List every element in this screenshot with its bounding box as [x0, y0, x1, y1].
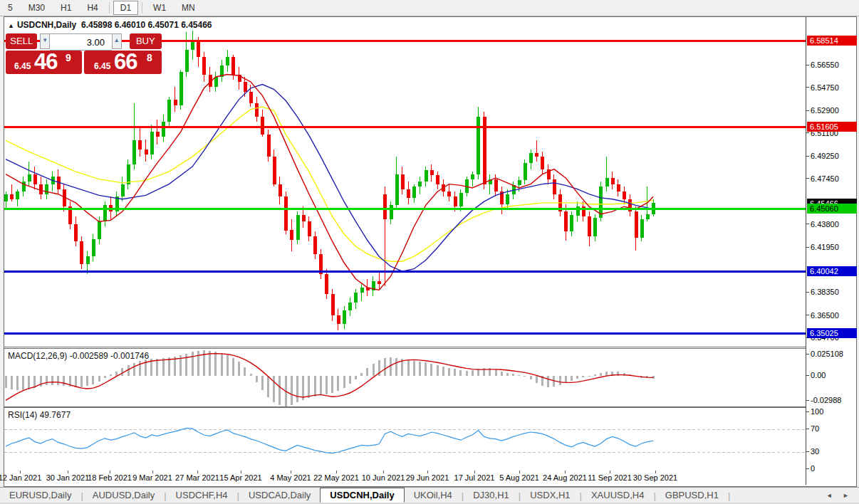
- tab-USDCHF-H4[interactable]: USDCHF,H4: [167, 488, 237, 503]
- price-tick-mark: [806, 65, 809, 65]
- timeframe-button-MN[interactable]: MN: [175, 1, 202, 15]
- price-badge-6.40042: 6.40042: [807, 266, 857, 276]
- price-tick-label: 6.38350: [811, 288, 839, 296]
- price-tick-label: 6.54750: [811, 83, 839, 92]
- main-price-panel[interactable]: ▲USDCNH,Daily 6.45898 6.46010 6.45071 6.…: [4, 17, 806, 347]
- rsi-panel[interactable]: RSI(14) 49.7677: [4, 407, 806, 471]
- date-axis[interactable]: 12 Jan 202130 Jan 202118 Feb 20219 Mar 2…: [4, 471, 806, 485]
- tab-DJ30-H1[interactable]: DJ30,H1: [464, 488, 519, 503]
- toolbar-separator: [109, 2, 110, 14]
- price-tick-label: 6.52900: [811, 106, 839, 115]
- macd-tick-label: -0.02988: [811, 396, 841, 404]
- price-tick-mark: [806, 292, 809, 293]
- timeframe-button-H1[interactable]: H1: [53, 1, 78, 15]
- tab-AUDUSD-Daily[interactable]: AUDUSD,Daily: [83, 488, 164, 503]
- volume-increase-button[interactable]: ▲: [112, 33, 122, 49]
- price-axis[interactable]: 6.565506.547506.529006.511006.492506.474…: [806, 17, 856, 485]
- direction-up-icon: ▲: [8, 22, 14, 29]
- tab-UKOil-H4[interactable]: UKOil,H4: [405, 488, 462, 503]
- ohlc-open: 6.45898: [81, 20, 112, 30]
- macd-tick-mark: [806, 400, 809, 401]
- macd-tick-mark: [806, 354, 809, 355]
- rsi-tick-label: 30: [811, 447, 819, 456]
- chart-tab-bar: EURUSD,Daily|AUDUSD,Daily|USDCHF,H4|USDC…: [0, 487, 859, 503]
- price-tick-mark: [806, 178, 809, 179]
- price-tick-mark: [806, 247, 809, 248]
- price-tick-label: 6.49250: [811, 152, 839, 160]
- macd-tick-mark: [806, 375, 809, 376]
- rsi-tick-label: 70: [811, 424, 819, 433]
- macd-tick-label: 0.025108: [811, 350, 843, 358]
- rsi-label: RSI(14) 49.7677: [8, 410, 71, 420]
- one-click-trade-widget: SELL ▼ ▲ BUY 6.45 46 9 6.45: [6, 33, 162, 74]
- price-badge-6.45060: 6.45060: [807, 204, 857, 214]
- rsi-tick-label: 0: [811, 464, 815, 473]
- price-tick-label: 6.36500: [811, 311, 839, 320]
- rsi-tick-mark: [806, 429, 809, 429]
- rsi-tick-label: 100: [811, 407, 823, 416]
- timeframe-button-W1[interactable]: W1: [146, 1, 173, 15]
- timeframe-button-5[interactable]: 5: [1, 1, 20, 15]
- price-tick-label: 6.56550: [811, 61, 839, 69]
- timeframe-button-M30[interactable]: M30: [21, 1, 52, 15]
- macd-tick-label: 0.00: [811, 371, 826, 379]
- tab-EURUSD-Daily[interactable]: EURUSD,Daily: [0, 488, 80, 503]
- tab-scroll-arrows[interactable]: ◄ ►: [826, 492, 853, 499]
- macd-panel[interactable]: MACD(12,26,9) -0.002589 -0.001746: [4, 348, 806, 407]
- tab-GBPUSD-H1[interactable]: GBPUSD,H1: [656, 488, 728, 503]
- price-tick-mark: [806, 156, 809, 157]
- volume-input[interactable]: [50, 33, 112, 51]
- chart-symbol-label: USDCNH,Daily: [17, 20, 76, 30]
- macd-label: MACD(12,26,9) -0.002589 -0.001746: [8, 351, 149, 361]
- buy-price-small: 6.45: [94, 61, 110, 71]
- sell-price-small: 6.45: [14, 61, 31, 71]
- timeframe-button-H4[interactable]: H4: [80, 1, 105, 15]
- buy-price-panel[interactable]: 6.45 66 8: [84, 51, 162, 74]
- price-badge-6.35025: 6.35025: [807, 328, 857, 338]
- price-tick-label: 6.41950: [811, 243, 839, 251]
- price-tick-label: 6.43800: [811, 220, 839, 229]
- price-tick-mark: [806, 132, 809, 133]
- date-label: 15 Apr 2021: [212, 473, 269, 482]
- sell-price-panel[interactable]: 6.45 46 9: [6, 51, 82, 74]
- rsi-tick-mark: [806, 468, 809, 469]
- volume-decrease-button[interactable]: ▼: [40, 33, 50, 49]
- price-badge-6.58514: 6.58514: [807, 36, 857, 46]
- timeframe-button-D1[interactable]: D1: [113, 1, 138, 15]
- buy-button[interactable]: BUY: [130, 33, 162, 49]
- buy-price-big: 66: [114, 49, 137, 75]
- sell-button[interactable]: SELL: [6, 33, 37, 49]
- tab-USDCAD-Daily[interactable]: USDCAD,Daily: [239, 488, 320, 503]
- buy-price-sup: 8: [147, 52, 152, 63]
- sell-price-sup: 9: [66, 52, 71, 63]
- ohlc-high: 6.46010: [115, 20, 145, 30]
- plot-column: ▲USDCNH,Daily 6.45898 6.46010 6.45071 6.…: [4, 17, 806, 485]
- toolbar-separator: [142, 2, 142, 14]
- tab-USDX-H1[interactable]: USDX,H1: [521, 488, 579, 503]
- timeframe-toolbar: 5M30H1H4D1W1MN: [0, 0, 859, 16]
- chart-window: ▲USDCNH,Daily 6.45898 6.46010 6.45071 6.…: [4, 16, 857, 487]
- tab-XAUUSD-H4[interactable]: XAUUSD,H4: [582, 488, 653, 503]
- date-label: 30 Sep 2021: [627, 473, 684, 482]
- price-tick-mark: [806, 110, 809, 111]
- rsi-tick-mark: [806, 451, 809, 452]
- price-tick-mark: [806, 315, 809, 315]
- price-tick-mark: [806, 224, 809, 224]
- price-tick-label: 6.47450: [811, 174, 839, 183]
- price-badge-6.51605: 6.51605: [807, 122, 857, 132]
- price-tick-mark: [806, 87, 809, 88]
- tab-USDCNH-Daily[interactable]: USDCNH,Daily: [320, 488, 404, 503]
- ohlc-low: 6.45071: [147, 20, 178, 30]
- chart-info-line: ▲USDCNH,Daily 6.45898 6.46010 6.45071 6.…: [8, 20, 212, 30]
- sell-price-big: 46: [34, 49, 57, 75]
- ohlc-close: 6.45466: [181, 20, 212, 30]
- tab-separator: |: [728, 490, 730, 501]
- rsi-tick-mark: [806, 411, 809, 412]
- rsi-chart-canvas[interactable]: [4, 408, 806, 471]
- mt4-terminal: 5M30H1H4D1W1MN ▲USDCNH,Daily 6.45898 6.4…: [0, 0, 859, 504]
